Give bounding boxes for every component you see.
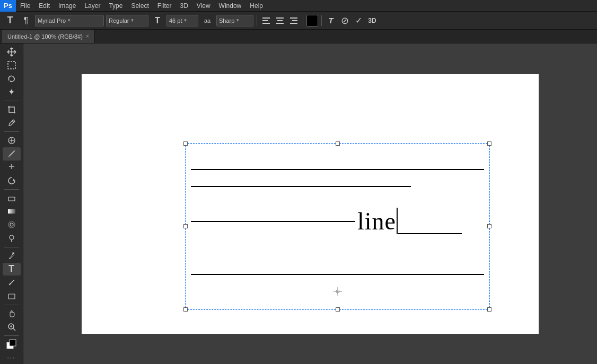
- menu-image[interactable]: Image: [54, 0, 80, 11]
- menu-edit[interactable]: Edit: [34, 0, 54, 11]
- zoom-tool[interactable]: [3, 321, 21, 333]
- menu-view[interactable]: View: [192, 0, 215, 11]
- blur-tool[interactable]: [3, 218, 21, 231]
- crop-tool[interactable]: [3, 103, 21, 116]
- text-box[interactable]: line: [185, 143, 490, 310]
- canvas-area[interactable]: line: [23, 43, 597, 364]
- move-icon: [7, 47, 16, 57]
- tab-close-button[interactable]: ×: [86, 33, 89, 39]
- menu-layer[interactable]: Layer: [80, 0, 104, 11]
- handle-middle-right[interactable]: [487, 224, 491, 228]
- marquee-rect-tool[interactable]: [3, 59, 21, 72]
- align-right-button[interactable]: [288, 15, 300, 26]
- healing-brush-icon: [7, 136, 16, 145]
- text-color-swatch[interactable]: [306, 15, 318, 26]
- crop-icon: [7, 105, 16, 114]
- svg-point-21: [12, 252, 14, 254]
- align-left-button[interactable]: [260, 15, 272, 26]
- commit-button[interactable]: ✓: [353, 15, 364, 26]
- dodge-tool[interactable]: [3, 232, 21, 245]
- align-center-button[interactable]: [274, 15, 286, 26]
- aa-method-chevron: ▼: [235, 18, 240, 23]
- handle-bottom-center[interactable]: [336, 307, 340, 312]
- gradient-tool[interactable]: [3, 205, 21, 218]
- path-select-tool[interactable]: [3, 276, 21, 289]
- handle-top-left[interactable]: [183, 141, 188, 146]
- menu-bar: Ps File Edit Image Layer Type Select Fil…: [0, 0, 597, 12]
- ps-logo: Ps: [0, 0, 16, 12]
- canvas-white: line: [82, 74, 539, 334]
- handle-top-center[interactable]: [336, 141, 340, 146]
- svg-rect-9: [8, 61, 15, 69]
- magic-wand-icon: ✦: [8, 87, 15, 97]
- brush-tool[interactable]: [3, 147, 21, 160]
- font-size-chevron: ▼: [183, 18, 187, 23]
- eraser-icon: [7, 193, 16, 203]
- menu-file[interactable]: File: [16, 0, 34, 11]
- text-tool[interactable]: T: [3, 263, 21, 276]
- svg-rect-2: [262, 23, 270, 24]
- toolbar-sep-2: [4, 131, 19, 132]
- main-layout: ✦: [0, 43, 597, 364]
- handle-bottom-right[interactable]: [487, 307, 491, 312]
- cancel-button[interactable]: ⊘: [339, 15, 350, 26]
- brush-icon: [7, 149, 16, 158]
- menu-items: File Edit Image Layer Type Select Filter…: [16, 0, 267, 11]
- handle-top-right[interactable]: [487, 141, 491, 146]
- healing-brush-tool[interactable]: [3, 134, 21, 147]
- eyedropper-tool[interactable]: [3, 117, 21, 129]
- document-tab[interactable]: Untitled-1 @ 100% (RGB/8#) ×: [2, 30, 95, 43]
- svg-rect-6: [290, 17, 297, 19]
- svg-rect-1: [262, 20, 268, 21]
- history-brush-tool[interactable]: [3, 174, 21, 187]
- eraser-tool[interactable]: [3, 192, 21, 205]
- crosshair-icon: [333, 287, 342, 296]
- text-content-area[interactable]: line: [191, 207, 484, 235]
- menu-filter[interactable]: Filter: [153, 0, 176, 11]
- warp-text-button[interactable]: T: [325, 15, 337, 26]
- font-size-dropdown[interactable]: 46 pt ▼: [166, 15, 198, 26]
- toggle-3d-button[interactable]: 3D: [366, 15, 378, 26]
- zoom-icon: [7, 322, 16, 332]
- clone-stamp-icon: [7, 163, 16, 172]
- lasso-tool[interactable]: [3, 73, 21, 85]
- aa-method-dropdown[interactable]: Sharp ▼: [216, 15, 253, 26]
- menu-select[interactable]: Select: [127, 0, 153, 11]
- marquee-rect-icon: [7, 60, 16, 70]
- toolbar-sep-4: [4, 247, 19, 247]
- pen-icon: [7, 251, 16, 261]
- svg-marker-14: [13, 179, 15, 181]
- svg-rect-29: [10, 340, 16, 346]
- tab-title: Untitled-1 @ 100% (RGB/8#): [7, 33, 83, 40]
- menu-window[interactable]: Window: [215, 0, 246, 11]
- font-family-dropdown[interactable]: Myriad Pro ▼: [35, 15, 104, 26]
- eyedropper-icon: [7, 118, 16, 128]
- extra-tools-button[interactable]: ···: [3, 351, 21, 364]
- toolbar-sep-6: [4, 335, 19, 336]
- handle-bottom-left[interactable]: [183, 307, 188, 312]
- hand-tool[interactable]: [3, 307, 21, 319]
- shape-tool[interactable]: [3, 289, 21, 302]
- aa-method-value: Sharp: [219, 17, 234, 24]
- blur-icon: [7, 220, 16, 229]
- bottom-line: [191, 274, 484, 275]
- paragraph-icon: ¶: [19, 14, 33, 28]
- gradient-icon: [7, 207, 16, 216]
- path-select-icon: [7, 278, 16, 287]
- pen-tool[interactable]: [3, 250, 21, 262]
- handle-middle-left[interactable]: [183, 224, 188, 228]
- svg-point-17: [8, 221, 15, 228]
- menu-help[interactable]: Help: [245, 0, 267, 11]
- font-style-value: Regular: [109, 17, 129, 24]
- menu-type[interactable]: Type: [104, 0, 127, 11]
- menu-3d[interactable]: 3D: [175, 0, 192, 11]
- aa-icon: aa: [200, 14, 214, 28]
- clone-stamp-tool[interactable]: [3, 161, 21, 174]
- font-style-dropdown[interactable]: Regular ▼: [106, 15, 148, 26]
- align-left-icon: [262, 17, 270, 24]
- colors-icon: [6, 339, 17, 350]
- magic-wand-tool[interactable]: ✦: [3, 86, 21, 99]
- move-tool[interactable]: [3, 46, 21, 58]
- foreground-background-colors[interactable]: [3, 338, 21, 351]
- move-crosshair: [333, 287, 342, 298]
